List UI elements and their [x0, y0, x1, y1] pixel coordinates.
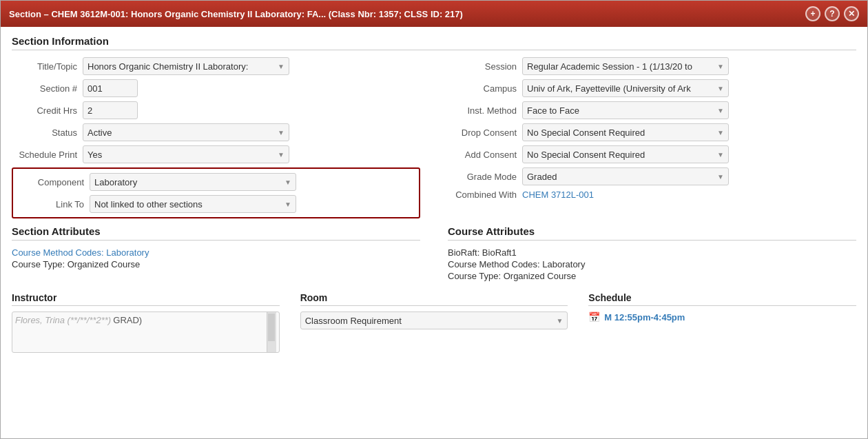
- drop-consent-arrow-icon: ▼: [717, 129, 724, 136]
- link-to-row: Link To Not linked to other sections ▼: [19, 195, 413, 213]
- schedule-print-row: Schedule Print Yes ▼: [12, 145, 420, 163]
- drop-consent-label: Drop Consent: [448, 127, 517, 138]
- title-topic-select[interactable]: Honors Organic Chemistry II Laboratory: …: [83, 57, 289, 75]
- campus-label: Campus: [448, 83, 517, 94]
- course-attr-item-1: Course Method Codes: Laboratory: [448, 259, 856, 269]
- section-attr-list: Course Method Codes: Laboratory Course T…: [12, 247, 420, 269]
- credit-hrs-row: Credit Hrs 2: [12, 101, 420, 119]
- instructor-name: Flores, Trina (**/**/**2**): [15, 315, 111, 325]
- modal-content: Section Information Title/Topic Honors O…: [1, 27, 867, 438]
- modal-window: Section – CHEM 3612M-001: Honors Organic…: [0, 0, 868, 439]
- course-attr-list: BioRaft: BioRaft1 Course Method Codes: L…: [448, 247, 856, 281]
- instructor-role: GRAD): [113, 315, 142, 325]
- inst-method-arrow-icon: ▼: [717, 107, 724, 114]
- add-button[interactable]: +: [805, 6, 820, 21]
- section-info-heading: Section Information: [12, 35, 856, 50]
- schedule-print-label: Schedule Print: [12, 150, 77, 160]
- title-bar: Section – CHEM 3612M-001: Honors Organic…: [1, 1, 867, 27]
- campus-select[interactable]: Univ of Ark, Fayetteville (University of…: [522, 79, 729, 97]
- title-topic-label: Title/Topic: [12, 61, 77, 72]
- schedule-print-select[interactable]: Yes ▼: [83, 145, 289, 163]
- add-consent-arrow-icon: ▼: [717, 151, 724, 159]
- form-right: Session Regular Academic Session - 1 (1/…: [448, 57, 856, 218]
- component-arrow-icon: ▼: [285, 178, 291, 186]
- grade-mode-label: Grade Mode: [448, 172, 517, 182]
- instructor-section: Instructor Flores, Trina (**/**/**2**) G…: [12, 292, 280, 353]
- link-to-label: Link To: [19, 199, 84, 210]
- schedule-section: Schedule 📅 M 12:55pm-4:45pm: [588, 292, 856, 353]
- campus-arrow-icon: ▼: [717, 85, 724, 92]
- room-select[interactable]: Classroom Requirement ▼: [300, 312, 568, 329]
- bottom-grid: Instructor Flores, Trina (**/**/**2**) G…: [12, 292, 856, 353]
- help-button[interactable]: ?: [825, 6, 840, 21]
- course-attributes: Course Attributes BioRaft: BioRaft1 Cour…: [448, 225, 856, 281]
- grade-mode-row: Grade Mode Graded ▼: [448, 167, 856, 185]
- room-heading: Room: [300, 292, 568, 306]
- link-to-select[interactable]: Not linked to other sections ▼: [90, 195, 296, 213]
- status-arrow-icon: ▼: [278, 129, 285, 136]
- grade-mode-arrow-icon: ▼: [717, 173, 724, 181]
- component-select[interactable]: Laboratory ▼: [90, 173, 296, 191]
- link-to-arrow-icon: ▼: [285, 201, 291, 208]
- room-arrow-icon: ▼: [556, 317, 563, 325]
- component-label: Component: [19, 177, 84, 187]
- window-title: Section – CHEM 3612M-001: Honors Organic…: [9, 9, 463, 19]
- calendar-icon: 📅: [588, 312, 600, 323]
- attributes-grid: Section Attributes Course Method Codes: …: [12, 225, 856, 288]
- scroll-track: [268, 314, 275, 341]
- status-label: Status: [12, 127, 77, 138]
- drop-consent-select[interactable]: No Special Consent Required ▼: [522, 123, 729, 141]
- section-attr-item-1: Course Type: Organized Course: [12, 259, 420, 269]
- form-grid: Title/Topic Honors Organic Chemistry II …: [12, 57, 856, 218]
- campus-row: Campus Univ of Ark, Fayetteville (Univer…: [448, 79, 856, 97]
- add-consent-select[interactable]: No Special Consent Required ▼: [522, 145, 729, 163]
- session-row: Session Regular Academic Session - 1 (1/…: [448, 57, 856, 75]
- component-link-box: Component Laboratory ▼ Link To Not linke…: [12, 167, 420, 218]
- section-num-input[interactable]: 001: [83, 79, 138, 97]
- status-select[interactable]: Active ▼: [83, 123, 289, 141]
- scroll-indicator[interactable]: [267, 312, 276, 352]
- session-select[interactable]: Regular Academic Session - 1 (1/13/20 to…: [522, 57, 729, 75]
- instructor-box[interactable]: Flores, Trina (**/**/**2**) GRAD): [12, 312, 280, 353]
- title-bar-actions: + ? ✕: [805, 6, 859, 21]
- section-attr-heading: Section Attributes: [12, 225, 420, 241]
- section-num-label: Section #: [12, 83, 77, 94]
- combined-with-label: Combined With: [448, 190, 517, 200]
- course-attr-item-2: Course Type: Organized Course: [448, 271, 856, 281]
- combined-with-row: Combined With CHEM 3712L-001: [448, 190, 856, 200]
- inst-method-select[interactable]: Face to Face ▼: [522, 101, 729, 119]
- combined-with-link[interactable]: CHEM 3712L-001: [522, 190, 594, 200]
- component-row: Component Laboratory ▼: [19, 173, 413, 191]
- schedule-print-arrow-icon: ▼: [278, 151, 285, 159]
- section-attributes: Section Attributes Course Method Codes: …: [12, 225, 420, 281]
- section-num-row: Section # 001: [12, 79, 420, 97]
- schedule-heading: Schedule: [588, 292, 856, 306]
- add-consent-row: Add Consent No Special Consent Required …: [448, 145, 856, 163]
- add-consent-label: Add Consent: [448, 150, 517, 160]
- credit-hrs-input[interactable]: 2: [83, 101, 138, 119]
- status-row: Status Active ▼: [12, 123, 420, 141]
- title-topic-row: Title/Topic Honors Organic Chemistry II …: [12, 57, 420, 75]
- grade-mode-select[interactable]: Graded ▼: [522, 167, 729, 185]
- schedule-time: 📅 M 12:55pm-4:45pm: [588, 312, 856, 323]
- drop-consent-row: Drop Consent No Special Consent Required…: [448, 123, 856, 141]
- course-attr-heading: Course Attributes: [448, 225, 856, 241]
- session-label: Session: [448, 61, 517, 72]
- credit-hrs-label: Credit Hrs: [12, 105, 77, 116]
- inst-method-row: Inst. Method Face to Face ▼: [448, 101, 856, 119]
- room-section: Room Classroom Requirement ▼: [300, 292, 568, 353]
- inst-method-label: Inst. Method: [448, 105, 517, 116]
- form-left: Title/Topic Honors Organic Chemistry II …: [12, 57, 420, 218]
- session-arrow-icon: ▼: [717, 63, 724, 70]
- title-topic-arrow-icon: ▼: [278, 63, 285, 70]
- section-attr-item-0[interactable]: Course Method Codes: Laboratory: [12, 247, 420, 258]
- course-attr-item-0: BioRaft: BioRaft1: [448, 247, 856, 258]
- close-button[interactable]: ✕: [844, 6, 859, 21]
- instructor-heading: Instructor: [12, 292, 280, 306]
